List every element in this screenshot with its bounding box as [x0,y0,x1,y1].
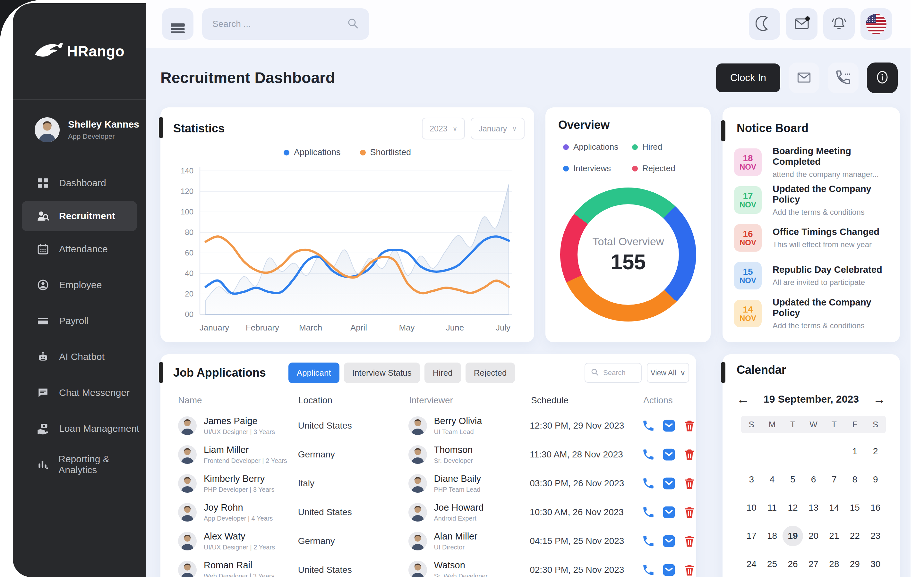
interviewer-avatar [409,532,427,550]
calendar-day[interactable]: 29 [845,554,865,575]
sidebar-item-reporting-analytics[interactable]: Reporting & Analytics [13,446,146,482]
header-info-button[interactable] [867,63,898,93]
donut-center: Total Overview 155 [577,204,679,305]
calendar-title: Calendar [737,363,786,377]
user-profile[interactable]: Shelley Kannes App Developer [13,99,146,160]
view-all-select[interactable]: View All∨ [647,363,689,383]
calendar-day-number: 6 [803,469,824,490]
mail-icon[interactable] [662,419,676,432]
calendar-day[interactable]: 6 [803,469,824,490]
messages-button[interactable] [786,8,817,40]
calendar-day[interactable]: 24 [741,554,762,575]
notice-item[interactable]: 17NOVUpdated the Company PolicyAdd the t… [734,186,892,214]
language-button[interactable] [861,8,892,40]
mail-icon[interactable] [662,477,676,490]
month-select[interactable]: January∨ [471,118,525,139]
call-icon[interactable] [642,563,655,577]
header-mail-button[interactable] [788,63,819,93]
calendar-day-number: 4 [762,469,782,490]
calendar-day[interactable]: 11 [762,497,782,518]
calendar-day[interactable]: 25 [762,554,782,575]
delete-icon[interactable] [683,563,696,577]
calendar-day[interactable]: 15 [845,497,865,518]
calendar-day[interactable]: 23 [865,525,886,546]
call-icon[interactable] [642,477,655,490]
calendar-day-number: 5 [782,469,803,490]
location-cell: United States [298,507,409,517]
calendar-day[interactable]: 28 [824,554,845,575]
actions-cell [642,477,696,490]
sidebar-item-recruitment[interactable]: Recruitment [22,201,137,231]
calendar-day[interactable]: 1 [845,441,865,462]
calendar-day[interactable]: 26 [782,554,803,575]
delete-icon[interactable] [683,419,696,432]
calendar-day[interactable]: 18 [762,525,782,546]
tab-applicant[interactable]: Applicant [288,363,339,383]
notice-item[interactable]: 14NOVUpdated the Company PolicyAdd the t… [734,300,892,327]
calendar-day[interactable]: 27 [803,554,824,575]
delete-icon[interactable] [683,477,696,490]
notifications-button[interactable] [823,8,855,40]
tab-hired[interactable]: Hired [425,363,461,383]
legend-label: Rejected [642,163,675,173]
sidebar-item-ai-chatbot[interactable]: AI Chatbot [13,339,146,375]
calendar-day[interactable]: 7 [824,469,845,490]
delete-icon[interactable] [683,448,696,461]
notice-item[interactable]: 15NOVRepublic Day CelebratedAll are invi… [734,262,892,290]
calendar-day[interactable]: 22 [845,525,865,546]
delete-icon[interactable] [683,506,696,519]
calendar-day[interactable]: 9 [865,469,886,490]
mail-icon [792,14,811,34]
calendar-day[interactable]: 5 [782,469,803,490]
year-select[interactable]: 2023∨ [422,118,465,139]
call-icon[interactable] [642,448,655,461]
tab-rejected[interactable]: Rejected [465,363,515,383]
calendar-next-button[interactable]: → [873,393,886,406]
calendar-day[interactable]: 4 [762,469,782,490]
call-icon[interactable] [642,419,655,432]
header-call-button[interactable] [828,63,859,93]
calendar-day[interactable]: 8 [845,469,865,490]
sidebar-item-dashboard[interactable]: Dashboard [13,165,146,201]
scrollbar-track[interactable] [911,0,924,577]
calendar-day[interactable]: 12 [782,497,803,518]
sidebar-item-payroll[interactable]: Payroll [13,303,146,339]
calendar-day[interactable]: 16 [865,497,886,518]
calendar-day[interactable]: 10 [741,497,762,518]
calendar-day[interactable]: 30 [865,554,886,575]
calendar-day[interactable]: 21 [824,525,845,546]
sidebar-item-loan-management[interactable]: Loan Management [13,411,146,446]
notice-item[interactable]: 18NOVBoarding Meeting Completedattend th… [734,148,892,176]
calendar-day[interactable]: 19 [782,525,803,546]
svg-text:February: February [246,323,279,332]
mail-icon[interactable] [662,448,676,461]
mail-icon[interactable] [662,563,676,577]
sidebar-item-chat-messenger[interactable]: Chat Messenger [13,375,146,411]
calendar-prev-button[interactable]: ← [737,393,750,406]
calendar-day[interactable]: 13 [803,497,824,518]
mail-icon[interactable] [662,506,676,519]
calendar-day[interactable]: 20 [803,525,824,546]
moon-icon [756,15,774,34]
calendar-day[interactable]: 2 [865,441,886,462]
call-icon[interactable] [642,534,655,548]
notice-item[interactable]: 16NOVOffice Timings ChangedThis will eff… [734,224,892,251]
calendar-day[interactable]: 14 [824,497,845,518]
legend-dot [563,144,569,150]
delete-icon[interactable] [683,534,696,548]
dark-mode-button[interactable] [749,8,780,40]
clock-in-button[interactable]: Clock In [716,63,780,92]
menu-toggle-button[interactable] [162,8,194,40]
sidebar-item-employee[interactable]: Employee [13,267,146,303]
global-search-input[interactable] [212,19,347,29]
calendar-day[interactable]: 3 [741,469,762,490]
overview-legend-item: Rejected [632,163,701,173]
table-search-input[interactable] [603,368,636,377]
sidebar-item-label: Chat Messenger [59,387,129,398]
mail-icon[interactable] [662,534,676,548]
sidebar-item-label: Reporting & Analytics [58,454,146,475]
sidebar-item-attendance[interactable]: Attendance [13,231,146,267]
tab-interview-status[interactable]: Interview Status [344,363,420,383]
calendar-day[interactable]: 17 [741,525,762,546]
call-icon[interactable] [642,506,655,519]
